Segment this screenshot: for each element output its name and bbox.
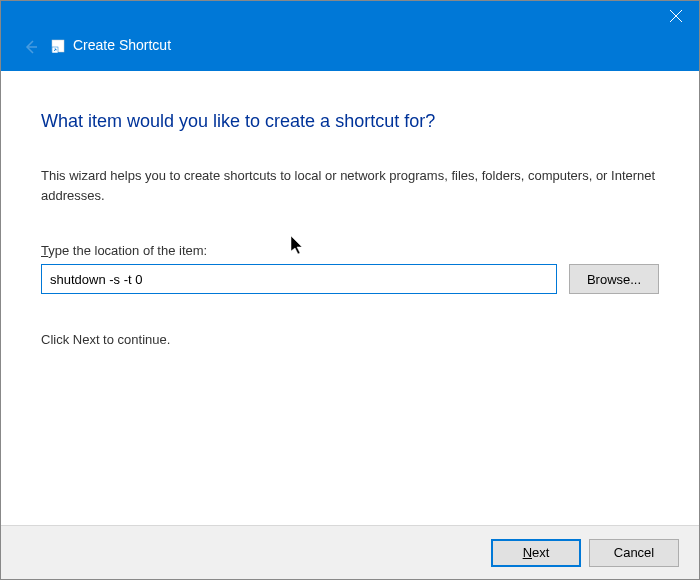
next-button[interactable]: Next <box>491 539 581 567</box>
next-label-rest: ext <box>532 545 549 560</box>
wizard-content: What item would you like to create a sho… <box>1 71 699 367</box>
browse-button[interactable]: Browse... <box>569 264 659 294</box>
close-button[interactable] <box>653 1 699 31</box>
wizard-heading: What item would you like to create a sho… <box>41 111 659 132</box>
back-arrow-icon <box>23 39 39 59</box>
window-title: Create Shortcut <box>73 37 171 53</box>
cancel-button[interactable]: Cancel <box>589 539 679 567</box>
wizard-footer: Next Cancel <box>1 525 699 579</box>
close-icon <box>670 10 682 22</box>
shortcut-icon <box>51 39 65 53</box>
location-row: Browse... <box>41 264 659 294</box>
wizard-description: This wizard helps you to create shortcut… <box>41 166 659 205</box>
location-input[interactable] <box>41 264 557 294</box>
location-label: Type the location of the item: <box>41 243 659 258</box>
wizard-instruction: Click Next to continue. <box>41 332 659 347</box>
titlebar: Create Shortcut <box>1 1 699 71</box>
